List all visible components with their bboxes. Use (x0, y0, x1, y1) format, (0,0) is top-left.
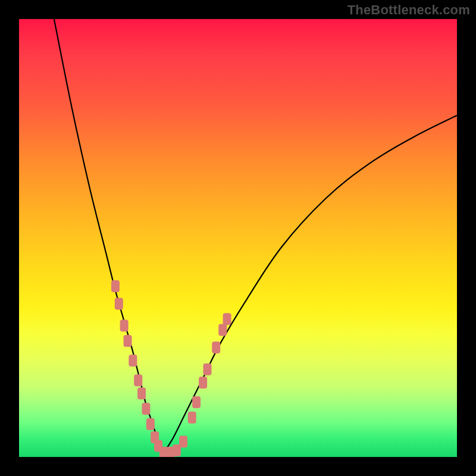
marker-21 (223, 313, 231, 325)
marker-7 (142, 403, 150, 415)
marker-18 (203, 364, 211, 375)
chart-frame: TheBottleneck.com (0, 0, 476, 476)
marker-19 (212, 342, 220, 353)
marker-8 (146, 418, 155, 430)
plot-area (19, 19, 457, 457)
curve-left-branch (54, 19, 164, 453)
marker-16 (192, 396, 201, 408)
marker-15 (188, 412, 196, 424)
marker-17 (199, 377, 207, 389)
data-markers (111, 280, 231, 457)
marker-20 (218, 324, 227, 336)
marker-6 (137, 387, 146, 399)
marker-4 (129, 355, 137, 367)
marker-3 (124, 335, 132, 347)
marker-5 (134, 374, 142, 386)
marker-2 (120, 320, 129, 331)
marker-0 (111, 280, 120, 292)
curve-right-branch (164, 115, 457, 453)
curves-layer (19, 19, 457, 457)
marker-14 (179, 436, 187, 447)
marker-1 (115, 298, 123, 309)
watermark-label: TheBottleneck.com (347, 2, 470, 18)
bottleneck-curve (54, 19, 457, 453)
